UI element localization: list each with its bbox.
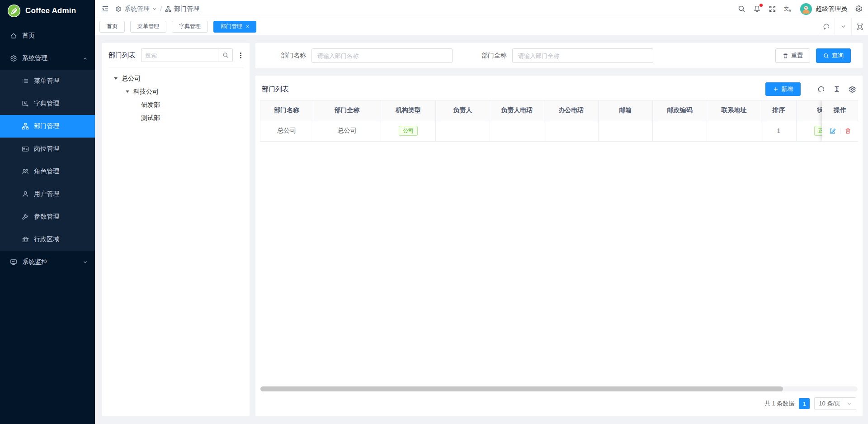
sidebar-item-label: 系统监控 <box>22 258 47 266</box>
sidebar: Coffee Admin 首页 系统管理 <box>0 0 95 424</box>
table-toolbar: 新增 <box>765 82 856 96</box>
search-icon[interactable] <box>738 5 745 13</box>
sidebar-item-department-management[interactable]: 部门管理 <box>0 115 95 138</box>
sidebar-menu: 首页 系统管理 菜单管理 <box>0 24 95 273</box>
table-row[interactable]: 总公司 总公司 公司 1 <box>260 120 851 142</box>
dept-name-input[interactable] <box>311 48 453 63</box>
fixed-operation-column: 操作 <box>822 100 858 142</box>
sidebar-item-home[interactable]: 首页 <box>0 24 95 47</box>
cell-email <box>599 120 653 142</box>
tree-search-group <box>141 48 233 62</box>
content-maximize-icon[interactable] <box>851 18 868 35</box>
cell-sort: 1 <box>761 120 797 142</box>
page-number-button[interactable]: 1 <box>799 398 810 409</box>
department-table-card: 部门列表 新增 <box>255 76 863 416</box>
sidebar-item-label: 参数管理 <box>34 213 59 221</box>
edit-icon[interactable] <box>829 128 836 134</box>
sidebar-item-user-management[interactable]: 用户管理 <box>0 183 95 205</box>
breadcrumb-item-department: 部门管理 <box>165 5 199 13</box>
tree-node-tech-company[interactable]: 科技公司 <box>108 85 243 98</box>
tab-menu-management[interactable]: 菜单管理 <box>130 21 166 33</box>
caret-down-icon[interactable] <box>114 77 118 80</box>
system-management-submenu: 菜单管理 字典管理 部门管理 <box>0 70 95 251</box>
tree-node-head-office[interactable]: 总公司 <box>108 72 243 85</box>
sidebar-item-post-management[interactable]: 岗位管理 <box>0 138 95 160</box>
dept-fullname-input[interactable] <box>512 48 653 63</box>
tab-label: 字典管理 <box>179 23 201 30</box>
sidebar-item-admin-region[interactable]: 行政区域 <box>0 228 95 251</box>
tree-search-button[interactable] <box>218 48 233 62</box>
tab-label: 部门管理 <box>221 23 242 30</box>
settings-gear-icon[interactable] <box>855 5 863 13</box>
search-icon <box>823 53 829 59</box>
app-title: Coffee Admin <box>25 6 76 15</box>
breadcrumb-item-system[interactable]: 系统管理 <box>115 5 157 13</box>
column-settings-gear-icon[interactable] <box>849 86 856 93</box>
dept-fullname-label: 部门全称 <box>481 52 507 60</box>
id-card-icon <box>22 145 29 152</box>
add-button[interactable]: 新增 <box>765 82 801 96</box>
reset-button[interactable]: 重置 <box>775 48 810 63</box>
col-org-type: 机构类型 <box>381 100 436 120</box>
sidebar-item-system-management[interactable]: 系统管理 <box>0 47 95 70</box>
org-chart-icon <box>22 123 29 130</box>
tree-node-test-dept[interactable]: 测试部 <box>108 111 243 124</box>
sidebar-item-label: 首页 <box>22 32 35 40</box>
chevron-down-icon <box>83 260 88 265</box>
header-actions: 文 A 超级管理员 <box>738 3 863 15</box>
tree-search-input[interactable] <box>141 48 218 62</box>
main-panel: 部门名称 部门全称 重置 查询 <box>255 43 863 416</box>
trash-icon <box>783 53 788 59</box>
sidebar-collapse-icon[interactable] <box>101 5 109 13</box>
notification-bell-icon[interactable] <box>753 5 761 13</box>
bank-icon <box>22 236 29 243</box>
col-email: 邮箱 <box>599 100 653 120</box>
sidebar-item-system-monitor[interactable]: 系统监控 <box>0 251 95 273</box>
operation-cell <box>822 120 858 142</box>
sidebar-item-menu-management[interactable]: 菜单管理 <box>0 70 95 92</box>
user-menu[interactable]: 超级管理员 <box>800 3 847 15</box>
tab-department-management[interactable]: 部门管理 × <box>213 21 256 33</box>
col-dept-name: 部门名称 <box>260 100 313 120</box>
search-button[interactable]: 查询 <box>816 48 851 63</box>
horizontal-scrollbar-thumb[interactable] <box>260 386 783 391</box>
fullscreen-icon[interactable] <box>769 5 776 13</box>
refresh-tab-icon[interactable] <box>818 18 835 35</box>
roles-icon <box>22 168 29 175</box>
breadcrumb-label: 系统管理 <box>124 5 150 13</box>
tab-options-chevron-icon[interactable] <box>835 18 851 35</box>
tab-dict-management[interactable]: 字典管理 <box>172 21 208 33</box>
department-table: 部门名称 部门全称 机构类型 负责人 负责人电话 办公电话 邮箱 邮政编码 联系… <box>260 100 851 142</box>
tab-home[interactable]: 首页 <box>99 21 125 33</box>
sidebar-item-label: 行政区域 <box>34 235 59 243</box>
sidebar-item-param-management[interactable]: 参数管理 <box>0 205 95 228</box>
col-office-phone: 办公电话 <box>544 100 599 120</box>
tree-node-label: 测试部 <box>141 114 160 122</box>
sidebar-item-dict-management[interactable]: 字典管理 <box>0 92 95 115</box>
tree-node-rnd-dept[interactable]: 研发部 <box>108 98 243 111</box>
translate-icon[interactable]: 文 A <box>784 5 793 13</box>
gear-icon <box>115 6 122 12</box>
cell-dept-fullname: 总公司 <box>313 120 381 142</box>
org-type-tag: 公司 <box>399 126 418 136</box>
tree-more-menu-icon[interactable] <box>238 51 243 60</box>
tab-close-icon[interactable]: × <box>246 24 249 30</box>
notification-badge <box>760 4 763 7</box>
gear-icon <box>10 55 17 62</box>
cell-dept-name: 总公司 <box>260 120 313 142</box>
horizontal-scrollbar[interactable] <box>260 386 858 391</box>
col-address: 联系地址 <box>707 100 761 120</box>
tree-panel-header: 部门列表 <box>108 48 243 67</box>
row-height-icon[interactable] <box>833 86 840 93</box>
sidebar-item-role-management[interactable]: 角色管理 <box>0 160 95 183</box>
operation-divider <box>840 128 840 134</box>
app-logo[interactable]: Coffee Admin <box>0 0 95 22</box>
refresh-table-icon[interactable] <box>817 86 825 93</box>
page-size-select[interactable]: 10 条/页 <box>814 397 856 410</box>
col-sort: 排序 <box>761 100 797 120</box>
delete-icon[interactable] <box>844 128 851 134</box>
caret-down-icon[interactable] <box>126 91 129 93</box>
avatar <box>800 3 812 15</box>
list-icon <box>22 77 29 85</box>
breadcrumb-separator: / <box>160 5 162 13</box>
